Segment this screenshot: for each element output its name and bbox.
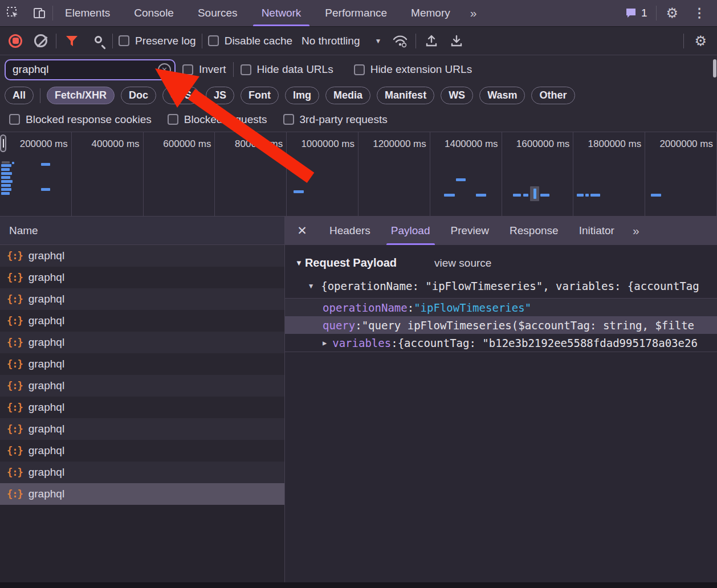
waterfall-mark bbox=[1, 168, 10, 171]
request-row[interactable]: {:}graphql bbox=[0, 332, 284, 353]
waterfall-mark bbox=[1, 164, 11, 167]
clear-network-log-icon[interactable] bbox=[31, 31, 50, 51]
payload-summary-text: {operationName: "ipFlowTimeseries", vari… bbox=[321, 280, 699, 292]
throttling-dropdown[interactable]: No throttling ▼ bbox=[298, 35, 385, 47]
json-icon: {:} bbox=[7, 337, 23, 348]
type-chip-css[interactable]: CSS bbox=[162, 87, 199, 104]
search-icon[interactable] bbox=[87, 31, 107, 51]
request-row[interactable]: {:}graphql bbox=[0, 397, 284, 418]
type-chip-doc[interactable]: Doc bbox=[121, 87, 156, 104]
name-column-header[interactable]: Name bbox=[0, 217, 284, 245]
filter-input[interactable] bbox=[5, 59, 176, 80]
collapse-triangle-icon[interactable]: ▼ bbox=[309, 282, 313, 290]
request-row[interactable]: {:}graphql bbox=[0, 462, 284, 483]
invert-checkbox[interactable] bbox=[182, 64, 193, 75]
device-toolbar-icon[interactable] bbox=[26, 0, 52, 26]
divider bbox=[233, 62, 234, 77]
request-payload-title: Request Payload bbox=[305, 256, 397, 270]
tab-network[interactable]: Network bbox=[250, 0, 313, 26]
request-row[interactable]: {:}graphql bbox=[0, 375, 284, 397]
detail-tab-initiator[interactable]: Initiator bbox=[569, 217, 625, 245]
type-chip-img[interactable]: Img bbox=[285, 87, 319, 104]
filter-funnel-icon[interactable] bbox=[62, 31, 82, 51]
export-har-icon[interactable] bbox=[447, 31, 466, 51]
divider bbox=[112, 34, 113, 48]
view-source-link[interactable]: view source bbox=[434, 257, 491, 270]
request-row[interactable]: {:}graphql bbox=[0, 440, 284, 462]
detail-tab-preview[interactable]: Preview bbox=[441, 217, 500, 245]
network-conditions-icon[interactable] bbox=[390, 31, 410, 51]
waterfall-mark bbox=[1, 188, 11, 191]
issues-button[interactable]: 1 bbox=[620, 7, 652, 19]
detail-tab-response[interactable]: Response bbox=[499, 217, 569, 245]
tab-memory[interactable]: Memory bbox=[399, 0, 462, 26]
type-chip-ws[interactable]: WS bbox=[441, 87, 473, 104]
scrollbar-thumb[interactable] bbox=[713, 59, 716, 77]
request-row[interactable]: {:}graphql bbox=[0, 245, 284, 267]
network-main-area: Name {:}graphql {:}graphql {:}graphql {:… bbox=[0, 217, 717, 582]
request-row[interactable]: {:}graphql bbox=[0, 288, 284, 310]
json-icon: {:} bbox=[7, 250, 23, 262]
close-icon[interactable]: ✕ bbox=[285, 224, 319, 238]
type-chip-media[interactable]: Media bbox=[325, 87, 370, 104]
tab-console[interactable]: Console bbox=[122, 0, 186, 26]
blocked-response-cookies-label: Blocked response cookies bbox=[26, 113, 152, 126]
tab-performance[interactable]: Performance bbox=[313, 0, 399, 26]
detail-tab-payload[interactable]: Payload bbox=[381, 217, 441, 245]
tab-label: Performance bbox=[325, 7, 387, 19]
more-detail-tabs-icon[interactable]: » bbox=[625, 224, 646, 238]
detail-tab-headers[interactable]: Headers bbox=[319, 217, 381, 245]
overview-resize-handle[interactable] bbox=[0, 134, 6, 152]
inspect-element-icon[interactable] bbox=[0, 0, 26, 26]
request-row[interactable]: {:}graphql bbox=[0, 418, 284, 440]
request-name: graphql bbox=[28, 271, 64, 284]
json-icon: {:} bbox=[7, 467, 23, 478]
disable-cache-checkbox[interactable] bbox=[208, 35, 219, 46]
type-chip-other[interactable]: Other bbox=[531, 87, 575, 104]
more-tabs-icon[interactable]: » bbox=[462, 0, 484, 26]
expand-triangle-icon[interactable]: ▶ bbox=[323, 339, 327, 347]
tab-label: Elements bbox=[65, 7, 110, 19]
payload-row-variables[interactable]: ▶ variables: {accountTag: "b12e3b2192ee5… bbox=[285, 334, 717, 352]
request-row[interactable]: {:}graphql bbox=[0, 353, 284, 375]
waterfall-mark bbox=[1, 184, 11, 187]
type-chip-font[interactable]: Font bbox=[241, 87, 279, 104]
network-settings-gear-icon[interactable]: ⚙ bbox=[690, 33, 711, 49]
network-overview-timeline[interactable]: 200000 ms 400000 ms 600000 ms 800000 ms … bbox=[0, 132, 717, 217]
type-chip-js[interactable]: JS bbox=[206, 87, 234, 104]
waterfall-mark bbox=[533, 189, 536, 199]
request-name: graphql bbox=[28, 358, 64, 370]
type-chip-wasm[interactable]: Wasm bbox=[479, 87, 525, 104]
preserve-log-checkbox[interactable] bbox=[119, 35, 129, 46]
waterfall-mark bbox=[513, 194, 521, 197]
collapse-triangle-icon[interactable]: ▼ bbox=[295, 259, 303, 267]
request-name: graphql bbox=[28, 444, 64, 457]
type-chip-all[interactable]: All bbox=[5, 87, 34, 104]
type-chip-fetch-xhr[interactable]: Fetch/XHR bbox=[47, 87, 115, 104]
network-filter-row: ✕ Invert Hide data URLs Hide extension U… bbox=[0, 55, 717, 84]
devtools-window: Elements Console Sources Network Perform… bbox=[0, 0, 717, 588]
type-chip-manifest[interactable]: Manifest bbox=[377, 87, 434, 104]
import-har-icon[interactable] bbox=[422, 31, 441, 51]
payload-row-operation-name[interactable]: operationName: "ipFlowTimeseries" bbox=[285, 299, 717, 316]
divider bbox=[683, 34, 684, 48]
overflow-menu-icon[interactable]: ⋮ bbox=[687, 6, 711, 21]
tab-elements[interactable]: Elements bbox=[53, 0, 122, 26]
hide-data-urls-checkbox[interactable] bbox=[241, 64, 251, 75]
settings-gear-icon[interactable]: ⚙ bbox=[661, 5, 683, 21]
record-network-log-icon[interactable] bbox=[6, 31, 25, 51]
waterfall-mark bbox=[585, 194, 589, 197]
request-name: graphql bbox=[28, 488, 64, 500]
payload-row-query[interactable]: query: "query ipFlowTimeseries($accountT… bbox=[285, 316, 717, 334]
third-party-requests-checkbox[interactable] bbox=[283, 114, 294, 125]
request-row-selected[interactable]: {:}graphql bbox=[0, 483, 284, 505]
request-row[interactable]: {:}graphql bbox=[0, 267, 284, 288]
hide-extension-urls-checkbox[interactable] bbox=[354, 64, 365, 75]
clear-filter-icon[interactable]: ✕ bbox=[158, 63, 171, 76]
request-row[interactable]: {:}graphql bbox=[0, 310, 284, 332]
preserve-log-label: Preserve log bbox=[135, 35, 196, 47]
blocked-requests-checkbox[interactable] bbox=[168, 114, 178, 125]
blocked-response-cookies-checkbox[interactable] bbox=[9, 114, 20, 125]
payload-summary-row[interactable]: ▼ {operationName: "ipFlowTimeseries", va… bbox=[285, 275, 717, 298]
tab-sources[interactable]: Sources bbox=[186, 0, 250, 26]
